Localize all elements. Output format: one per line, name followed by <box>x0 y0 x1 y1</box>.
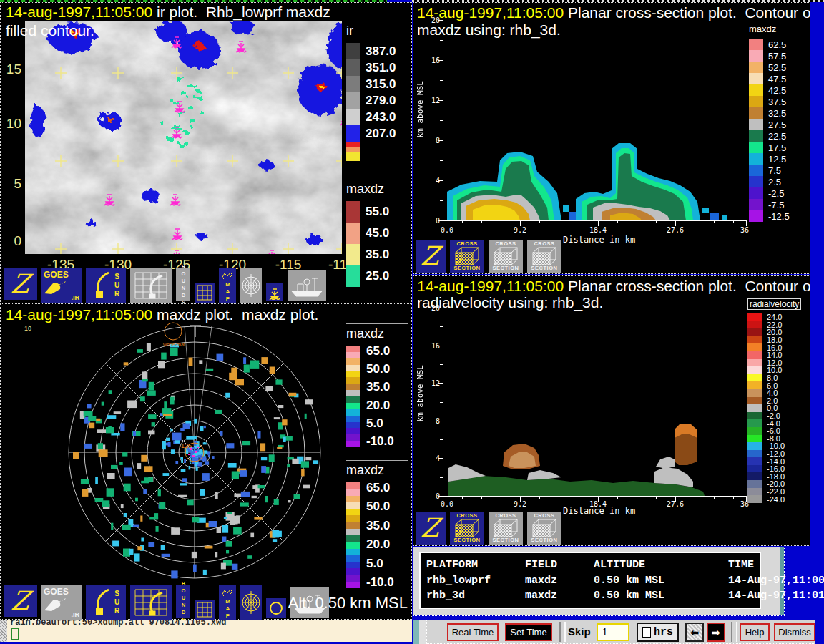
status-header-row: PLATFORMFIELD ALTITUDETIME <box>426 559 754 571</box>
y-tick: 8 <box>423 417 440 425</box>
xsec-maxdz-title: 14-aug-1997,11:05:00 Planar cross-sectio… <box>417 4 810 21</box>
radar-grid-icon[interactable] <box>130 585 172 620</box>
cross-section-button[interactable]: CROSS SECTION <box>527 512 561 545</box>
colorbar-label: radialvelocity <box>747 298 801 310</box>
x-axis-label: Distance in km <box>563 506 635 516</box>
bounds-icon[interactable]: BOUNDS <box>176 268 190 301</box>
maxdz-colorbar-label: maxdz <box>346 182 411 197</box>
grid-icon[interactable] <box>195 600 215 620</box>
x-tick: 0.0 <box>441 226 453 234</box>
xsec-toolbar: Z CROSS SECTION CROSS SECTION CROSS SECT… <box>416 240 561 273</box>
radialvelocity-colorbar: 24.022.020.018.016.014.012.010.08.06.04.… <box>747 313 810 503</box>
dismiss-button[interactable]: Dismiss <box>774 623 815 641</box>
x-tick: 18.4 <box>589 226 607 234</box>
lat-tick: 15 <box>0 62 21 77</box>
ir-panel-title-line2: filled contour. <box>6 22 94 39</box>
cross-section-button[interactable]: CROSS SECTION <box>489 512 523 545</box>
ir-colorbar: 387.0351.0315.0279.0243.0207.0 <box>346 43 411 161</box>
ppi-radar-panel: 14-aug-1997,11:05:00 maxdz plot. maxdz p… <box>0 303 412 620</box>
xsec-rv-plot[interactable] <box>436 308 755 512</box>
ppi-panel-title: 14-aug-1997,11:05:00 maxdz plot. maxdz p… <box>6 306 318 323</box>
y-tick: 0 <box>423 217 440 225</box>
map-icon[interactable]: MAP <box>219 268 236 303</box>
ship-label: whoe-mat <box>162 342 185 347</box>
y-tick: 16 <box>423 342 440 350</box>
wm-frame-strip <box>419 620 426 644</box>
ir-satellite-image[interactable] <box>25 21 342 254</box>
lon-tick: -11 <box>328 257 347 273</box>
hrs-units-button[interactable]: hrs <box>637 623 679 642</box>
zeb-logo-icon[interactable]: Z <box>4 268 37 300</box>
xsec-rv-title: 14-aug-1997,11:05:00 Planar cross-sectio… <box>417 278 810 294</box>
xsec-toolbar: Z CROSS SECTION CROSS SECTION CROSS SECT… <box>416 512 561 545</box>
bounds-icon[interactable]: BOUNDS <box>176 585 190 618</box>
step-forward-button[interactable]: ⇨ <box>707 623 725 642</box>
grid-icon[interactable] <box>195 283 215 303</box>
separator <box>731 622 737 642</box>
ir-panel-title: 14-aug-1997,11:05:00 ir plot. Rhb_lowprf… <box>6 4 330 20</box>
terminal-cursor <box>11 628 19 640</box>
y-tick: 8 <box>423 137 440 145</box>
xsec-maxdz-panel: 14-aug-1997,11:05:00 Planar cross-sectio… <box>413 2 810 274</box>
radar-grid-icon[interactable] <box>130 268 172 303</box>
terminal-body[interactable]: rain.beaufort:50>xdump.all 970814.1105.x… <box>7 620 412 642</box>
x-tick: 27.6 <box>667 500 684 508</box>
x-tick: 36 <box>740 226 749 234</box>
zeb-logo-icon[interactable]: Z <box>416 240 446 273</box>
range-rings-icon[interactable] <box>240 268 262 303</box>
time-control-bar: Real Time Set Time Skip hrs ⇦ ⇨ Help Dis… <box>426 620 815 644</box>
wm-frame-strip <box>413 620 419 644</box>
cross-section-button[interactable]: CROSS SECTION <box>489 240 523 273</box>
goes-ir-icon[interactable]: GOES .IR <box>41 268 82 303</box>
cross-section-button-active[interactable]: CROSS SECTION <box>450 512 484 545</box>
map-icon[interactable]: MAP <box>219 585 236 620</box>
maxdz-colorbar-2: 65.050.035.020.05.0-10.0 <box>346 482 411 588</box>
y-tick: 0 <box>423 492 440 500</box>
zeb-logo-icon[interactable]: Z <box>4 585 37 617</box>
lat-tick: 0 <box>0 233 21 249</box>
ir-satellite-panel: 14-aug-1997,11:05:00 ir plot. Rhb_lowprf… <box>0 2 412 303</box>
y-tick: 16 <box>423 57 440 64</box>
x-tick: 27.6 <box>667 226 684 234</box>
maxdz-colorbar-label: maxdz <box>346 463 411 478</box>
skip-value-input[interactable] <box>597 623 629 641</box>
surveillance-radar-icon[interactable]: SUR <box>86 268 126 303</box>
ship-icon[interactable] <box>288 270 326 301</box>
y-tick: 4 <box>423 177 440 185</box>
buoy-icon[interactable] <box>266 283 283 301</box>
data-status-window: PLATFORMFIELD ALTITUDETIME rhb_lowprfmax… <box>413 547 784 615</box>
status-row: rhb_3dmaxdz 0.50 km MSL14-Aug-97,11:01:1… <box>426 590 754 602</box>
range-rings-icon[interactable] <box>240 585 262 620</box>
help-button[interactable]: Help <box>740 623 770 641</box>
zeb-logo-icon[interactable]: Z <box>416 512 446 545</box>
skip-label: Skip <box>568 625 591 638</box>
step-back-button[interactable]: ⇦ <box>685 623 704 642</box>
x-tick: 9.2 <box>514 500 526 508</box>
xsec-axes <box>438 308 747 502</box>
x-tick: 9.2 <box>514 226 526 234</box>
x-axis-label: Distance in km <box>563 235 635 245</box>
terminal-window[interactable]: rain.beaufort:50>xdump.all 970814.1105.x… <box>0 620 412 642</box>
terminal-scrollbar[interactable] <box>0 620 7 642</box>
xsec-maxdz-title-line2: maxdz using: rhb_3d. <box>417 21 561 38</box>
real-time-button[interactable]: Real Time <box>447 623 499 641</box>
x-tick: 0.0 <box>441 500 453 508</box>
maxdz-colorbar-1: 65.050.035.020.05.0-10.0 <box>346 346 411 447</box>
y-tick: 4 <box>423 454 440 462</box>
terminal-prompt: rain.beaufort:50>xdump.all 970814.1105.x… <box>10 620 409 628</box>
xsec-maxdz-plot[interactable] <box>436 20 755 235</box>
ir-colorbar-column: ir 387.0351.0315.0279.0243.0207.0 maxdz … <box>346 24 411 287</box>
surveillance-radar-icon[interactable]: SUR <box>86 585 126 620</box>
cross-section-button[interactable]: CROSS SECTION <box>527 240 561 273</box>
units-icon <box>642 627 651 638</box>
maxdz-colorbar: 62.557.552.547.542.537.532.527.522.517.5… <box>749 39 809 222</box>
xsec-maxdz-colorbar-column: maxdz 62.557.552.547.542.537.532.527.522… <box>749 24 809 222</box>
cross-section-button-active[interactable]: CROSS SECTION <box>450 240 484 273</box>
maxdz-colorbar-label: maxdz <box>346 326 411 341</box>
goes-ir-icon[interactable]: GOES .IR <box>41 585 82 620</box>
set-time-button[interactable]: Set Time <box>505 623 552 641</box>
status-table: PLATFORMFIELD ALTITUDETIME rhb_lowprfmax… <box>419 552 761 609</box>
y-tick: 12 <box>423 97 440 104</box>
colorbar-label: maxdz <box>749 24 809 34</box>
altitude-indicator: Alt: 0.50 km MSL <box>273 594 408 613</box>
